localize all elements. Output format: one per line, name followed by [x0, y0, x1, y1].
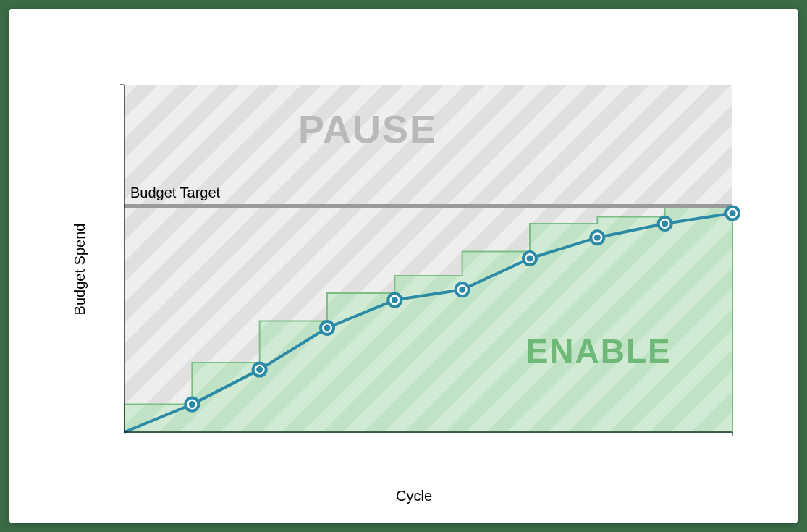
svg-point-11: [527, 256, 533, 262]
svg-point-9: [392, 297, 398, 303]
budget-target-label: Budget Target: [130, 185, 221, 200]
svg-point-8: [324, 325, 331, 332]
svg-point-13: [662, 221, 668, 227]
svg-point-6: [189, 401, 195, 408]
chart-card: Budget Spend Cycle PAUSEENABLEBudget Tar…: [9, 9, 798, 523]
enable-region-label: ENABLE: [526, 332, 672, 370]
budget-chart: PAUSEENABLEBudget Target: [74, 67, 754, 472]
svg-point-10: [459, 287, 465, 293]
svg-point-7: [256, 366, 263, 373]
svg-point-14: [730, 210, 736, 216]
chart-container: Budget Spend Cycle PAUSEENABLEBudget Tar…: [74, 67, 754, 472]
y-axis-label: Budget Spend: [72, 224, 88, 316]
svg-point-12: [594, 235, 601, 241]
x-axis-label: Cycle: [396, 488, 432, 504]
pause-region-label: PAUSE: [298, 107, 437, 151]
